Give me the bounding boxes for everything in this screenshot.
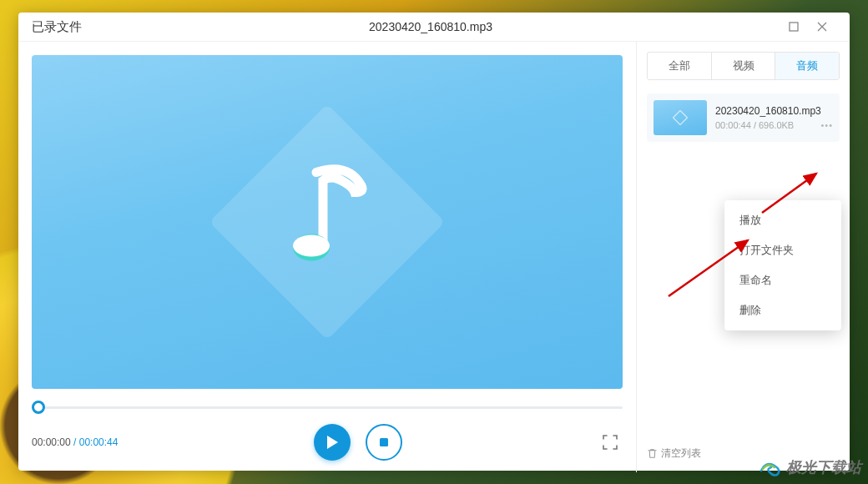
window-title-filename: 20230420_160810.mp3 bbox=[82, 20, 780, 33]
tab-all[interactable]: 全部 bbox=[648, 53, 712, 79]
play-button[interactable] bbox=[314, 424, 351, 461]
maximize-button[interactable] bbox=[780, 13, 808, 41]
stop-button[interactable] bbox=[366, 424, 402, 461]
app-window: 已录文件 20230420_160810.mp3 bbox=[18, 13, 850, 471]
file-list-pane: 全部 视频 音频 20230420_160810.mp3 00:00:44 / … bbox=[637, 42, 850, 472]
trash-icon bbox=[647, 448, 658, 459]
watermark-text: 极光下载站 bbox=[786, 457, 861, 477]
watermark-logo-icon bbox=[758, 457, 783, 477]
file-name-label: 20230420_160810.mp3 bbox=[715, 105, 836, 117]
media-preview bbox=[32, 55, 623, 389]
music-note-icon bbox=[281, 163, 373, 271]
total-time: 00:00:44 bbox=[79, 436, 119, 448]
filter-tabs: 全部 视频 音频 bbox=[647, 52, 840, 80]
ctx-open-folder[interactable]: 打开文件夹 bbox=[724, 235, 841, 265]
file-size: 696.0KB bbox=[759, 120, 794, 130]
ctx-rename[interactable]: 重命名 bbox=[724, 265, 841, 295]
slider-track bbox=[32, 406, 623, 409]
file-context-menu: 播放 打开文件夹 重命名 删除 bbox=[724, 200, 841, 330]
stop-icon bbox=[378, 436, 390, 448]
square-icon bbox=[789, 22, 799, 32]
svg-rect-3 bbox=[380, 438, 388, 446]
window-body: 00:00:00 / 00:00:44 bbox=[18, 42, 850, 472]
center-controls bbox=[118, 424, 598, 461]
clear-list-label: 清空列表 bbox=[661, 446, 701, 461]
svg-point-2 bbox=[293, 235, 330, 257]
file-thumbnail bbox=[654, 100, 707, 135]
svg-rect-4 bbox=[674, 111, 688, 125]
file-duration: 00:00:44 bbox=[715, 120, 751, 130]
current-time: 00:00:00 bbox=[32, 436, 71, 448]
play-icon bbox=[326, 435, 339, 450]
ctx-delete[interactable]: 删除 bbox=[724, 295, 841, 325]
timecode: 00:00:00 / 00:00:44 bbox=[32, 436, 118, 448]
window-title-left: 已录文件 bbox=[32, 19, 82, 35]
watermark: 极光下载站 bbox=[758, 457, 861, 477]
file-sub-info: 00:00:44 / 696.0KB ••• bbox=[715, 120, 836, 130]
svg-rect-0 bbox=[790, 23, 798, 31]
file-list-item[interactable]: 20230420_160810.mp3 00:00:44 / 696.0KB •… bbox=[647, 93, 840, 142]
tab-video[interactable]: 视频 bbox=[712, 53, 776, 79]
player-controls: 00:00:00 / 00:00:44 bbox=[32, 422, 623, 462]
slider-thumb[interactable] bbox=[32, 401, 45, 414]
close-button[interactable] bbox=[808, 13, 836, 41]
fullscreen-icon bbox=[603, 435, 618, 450]
file-meta: 20230420_160810.mp3 00:00:44 / 696.0KB •… bbox=[715, 100, 836, 135]
player-pane: 00:00:00 / 00:00:44 bbox=[18, 42, 637, 472]
title-bar: 已录文件 20230420_160810.mp3 bbox=[18, 13, 850, 42]
close-icon bbox=[817, 22, 827, 32]
cube-icon bbox=[673, 110, 688, 125]
ctx-play[interactable]: 播放 bbox=[724, 205, 841, 235]
progress-slider[interactable] bbox=[32, 401, 623, 414]
file-more-button[interactable]: ••• bbox=[820, 120, 836, 130]
tab-audio[interactable]: 音频 bbox=[775, 53, 839, 79]
fullscreen-button[interactable] bbox=[598, 430, 623, 455]
